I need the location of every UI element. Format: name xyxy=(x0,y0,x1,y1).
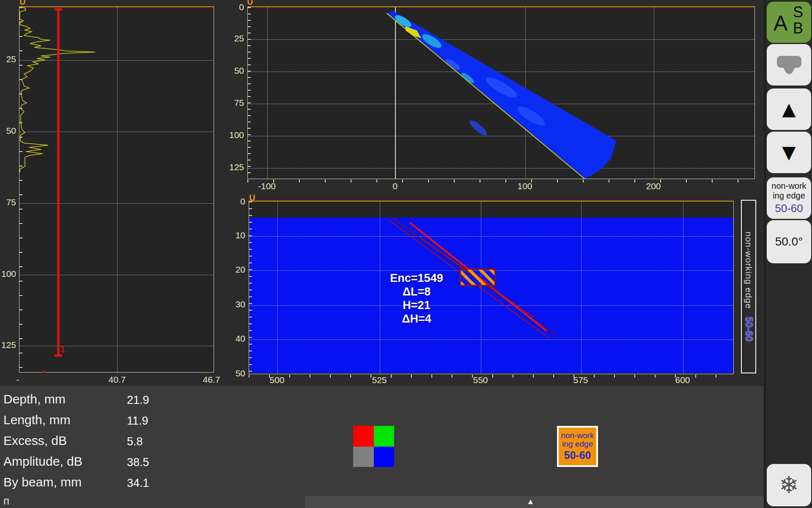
edge-tag-badge[interactable]: non-work ing edge 50-60 xyxy=(557,426,598,467)
ascan-canvas xyxy=(19,7,214,373)
flaw-detector-screen: U 1 25 50 75 100 125 - 40.7 46.7 xyxy=(0,0,812,508)
legend-quad-cell xyxy=(353,426,374,447)
edge-select-line2: ing edge xyxy=(773,191,805,201)
sscan-ytick: 50 xyxy=(234,66,244,76)
sscan-unit-marker: U xyxy=(247,0,253,7)
gate-number-label: 1 xyxy=(60,344,65,355)
bscan-ytick: 30 xyxy=(236,299,245,309)
ascan-ytick: 125 xyxy=(1,340,16,350)
ascan-ytick: 50 xyxy=(6,126,16,136)
ascan-panel[interactable] xyxy=(19,6,214,373)
legend-quad-cell xyxy=(374,426,395,447)
bscan-ytick: 50 xyxy=(236,368,245,378)
sscan-axis-ticks-bottom xyxy=(247,179,755,182)
measurement-label: Depth, mm xyxy=(3,392,66,406)
measurement-value: 21.9 xyxy=(127,394,149,407)
sscan-canvas xyxy=(248,7,755,180)
defect-annotation: Enc=1549 ΔL=8 H=21 ΔH=4 xyxy=(372,271,461,326)
freeze-button[interactable]: ❄ xyxy=(767,464,811,506)
annotation-h: H=21 xyxy=(372,298,461,312)
sscan-beam-edge xyxy=(387,13,585,179)
edge-tag-line2: ing edge xyxy=(562,440,593,448)
ascan-xtick: 46.7 xyxy=(203,375,220,385)
sscan-ytick: 0 xyxy=(239,2,244,12)
ascan-xtick: - xyxy=(16,375,19,385)
probe-icon xyxy=(776,53,803,76)
measurement-label: By beam, mm xyxy=(3,475,82,489)
scan-mode-a: A xyxy=(774,11,787,36)
bscan-ytick: 10 xyxy=(236,230,245,240)
angle-button[interactable]: 50.0° xyxy=(767,220,811,263)
down-arrow-icon: ▼ xyxy=(782,144,796,161)
probe-button[interactable] xyxy=(767,44,811,86)
measurement-label: Amplitude, dB xyxy=(3,454,82,469)
scroll-down-button[interactable]: ▼ xyxy=(767,132,811,173)
bscan-panel[interactable] xyxy=(249,201,734,374)
ascan-ytick: 25 xyxy=(6,54,16,64)
sscan-ytick: 100 xyxy=(229,130,244,140)
sscan-beam-wedge xyxy=(387,11,616,179)
sscan-panel[interactable] xyxy=(247,6,755,179)
bscan-xtick: 575 xyxy=(573,375,588,385)
sidebar-divider xyxy=(764,0,766,508)
edge-tag-range: 50-60 xyxy=(564,449,591,461)
scan-mode-s: S xyxy=(793,3,803,21)
sscan-ytick: 125 xyxy=(229,162,244,172)
bscan-unit-marker: U xyxy=(249,193,255,203)
sscan-xtick: 200 xyxy=(646,181,661,191)
angle-value: 50.0° xyxy=(775,235,803,248)
measurement-label: Length, mm xyxy=(3,413,70,427)
color-palette-button[interactable] xyxy=(353,426,394,467)
sscan-ytick: 25 xyxy=(234,33,244,44)
annotation-enc: Enc=1549 xyxy=(372,271,461,285)
measurement-value: 11.9 xyxy=(127,414,148,428)
edge-tag-line1: non-work xyxy=(561,431,594,440)
measurement-value: 34.1 xyxy=(127,477,149,490)
legend-quad-cell xyxy=(353,447,374,467)
ascan-ytick: 75 xyxy=(6,197,16,207)
edge-select-line1: non-work xyxy=(771,181,806,191)
scroll-up-button[interactable]: ▲ xyxy=(767,88,811,130)
bscan-xtick: 550 xyxy=(473,375,488,385)
bscan-axis-ticks-bottom xyxy=(249,375,734,378)
measurement-label: Excess, dB xyxy=(3,433,67,448)
ascan-unit-marker: U xyxy=(19,0,25,7)
measurement-value: 5.8 xyxy=(127,435,143,448)
ascan-ytick: 100 xyxy=(1,269,16,279)
edge-strip-label: non-working edge xyxy=(743,232,754,309)
scan-mode-button[interactable]: A S B xyxy=(767,2,811,43)
edge-select-range: 50-60 xyxy=(775,202,803,215)
sscan-xtick: -100 xyxy=(258,181,276,191)
bscan-xtick: 500 xyxy=(269,375,284,385)
ascan-bottom-marker xyxy=(43,371,46,373)
measurement-value: 38.5 xyxy=(127,456,149,469)
sscan-xtick: 100 xyxy=(517,181,532,191)
annotation-dl: ΔL=8 xyxy=(372,285,461,298)
bscan-xtick: 525 xyxy=(372,375,387,385)
sscan-xtick: 0 xyxy=(392,181,398,191)
bscan-ytick: 20 xyxy=(236,265,245,275)
edge-select-button[interactable]: non-work ing edge 50-60 xyxy=(767,177,811,219)
bottom-drawer-bar[interactable] xyxy=(305,496,764,508)
corner-char: п xyxy=(3,494,9,508)
annotation-dh: ΔH=4 xyxy=(372,312,461,326)
legend-quad-cell xyxy=(374,447,395,467)
bscan-ytick: 40 xyxy=(236,334,245,344)
edge-strip-text: non-working edge 50-60 xyxy=(743,232,754,342)
up-arrow-icon: ▲ xyxy=(782,100,796,118)
edge-strip: non-working edge 50-60 xyxy=(741,200,756,373)
bscan-canvas xyxy=(249,202,734,375)
caret-up-icon[interactable]: ▲ xyxy=(528,498,533,505)
snowflake-icon: ❄ xyxy=(779,473,799,497)
bscan-xtick: 600 xyxy=(675,375,690,385)
bscan-ytick: 0 xyxy=(240,196,245,207)
ascan-xtick: 40.7 xyxy=(109,375,126,385)
scan-mode-b: B xyxy=(793,19,803,37)
edge-strip-range: 50-60 xyxy=(743,317,754,342)
sscan-ytick: 75 xyxy=(234,98,244,108)
defect-marker-box[interactable] xyxy=(460,268,496,286)
